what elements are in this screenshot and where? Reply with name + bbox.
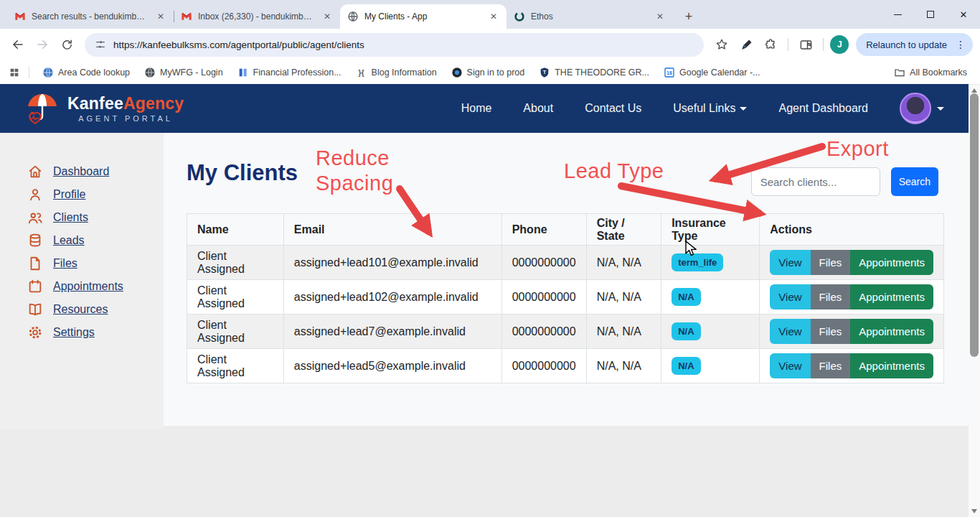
bookmark-mywfg-login[interactable]: MyWFG - Login xyxy=(140,64,227,81)
tab-close-icon[interactable]: ✕ xyxy=(654,11,666,22)
site-navbar: KanfeeAgency AGENT PORTAL Home About Con… xyxy=(0,84,969,133)
scrollbar-down-arrow-icon[interactable] xyxy=(971,509,977,513)
sidebar-link[interactable]: Appointments xyxy=(53,280,123,293)
extensions-button[interactable] xyxy=(760,34,781,55)
sidebar-item-settings[interactable]: Settings xyxy=(27,321,164,344)
star-icon xyxy=(715,38,728,51)
browser-profile-avatar[interactable]: J xyxy=(830,35,849,54)
cell-phone: 0000000000 xyxy=(501,280,586,315)
column-header-insurance-type: Insurance Type xyxy=(661,214,760,246)
browser-tab-gmail-inbox[interactable]: Inbox (26,330) - bendukimber@ ✕ xyxy=(174,4,340,29)
cell-name: Client Assigned xyxy=(187,246,284,280)
file-icon xyxy=(27,256,43,271)
files-button[interactable]: Files xyxy=(811,250,851,275)
insurance-type-badge: N/A xyxy=(672,357,700,375)
reload-button[interactable] xyxy=(56,34,77,55)
view-button[interactable]: View xyxy=(770,353,810,378)
window-minimize-button[interactable] xyxy=(881,0,914,29)
appointments-button[interactable]: Appointments xyxy=(850,250,933,275)
globe-icon xyxy=(347,11,359,22)
vertical-scrollbar[interactable] xyxy=(969,85,980,517)
files-button[interactable]: Files xyxy=(811,284,851,309)
sidebar-link[interactable]: Profile xyxy=(53,188,85,201)
tab-title: Ethos xyxy=(531,11,649,22)
row-actions: ViewFilesAppointments xyxy=(770,353,933,378)
view-button[interactable]: View xyxy=(770,284,810,309)
view-button[interactable]: View xyxy=(770,319,810,344)
bookmark-label: Google Calendar -... xyxy=(679,67,760,78)
relaunch-label: Relaunch to update xyxy=(866,39,947,50)
sidebar-link[interactable]: Dashboard xyxy=(53,165,109,178)
browser-tab-my-clients[interactable]: My Clients - App ✕ xyxy=(340,4,507,29)
nav-link-home[interactable]: Home xyxy=(461,102,492,115)
search-sidepanel-button[interactable] xyxy=(795,34,816,55)
globe-icon xyxy=(144,67,156,78)
appointments-button[interactable]: Appointments xyxy=(850,353,933,378)
bookmark-area-code-lookup[interactable]: Area Code lookup xyxy=(38,64,134,81)
sidebar-item-profile[interactable]: Profile xyxy=(27,183,164,206)
search-input[interactable] xyxy=(751,167,880,196)
window-maximize-button[interactable] xyxy=(914,0,947,29)
book-icon xyxy=(27,302,43,317)
shield-icon: T xyxy=(539,67,550,78)
appointments-button[interactable]: Appointments xyxy=(850,284,933,309)
sidebar-link[interactable]: Resources xyxy=(53,303,108,316)
appointments-button[interactable]: Appointments xyxy=(850,319,933,344)
sidebar-item-appointments[interactable]: Appointments xyxy=(27,275,164,298)
window-close-button[interactable]: ✕ xyxy=(947,0,980,29)
search-button[interactable]: Search xyxy=(891,167,938,196)
bookmark-blog-information[interactable]: }{ Blog Information xyxy=(352,64,441,81)
pen-tool-button[interactable] xyxy=(735,34,757,55)
sidebar-link[interactable]: Settings xyxy=(53,326,95,339)
cell-email: assigned+lead101@example.invalid xyxy=(283,246,501,280)
view-button[interactable]: View xyxy=(770,250,810,275)
browser-tab-gmail-search[interactable]: Search results - bendukimber@ ✕ xyxy=(7,4,174,29)
user-avatar[interactable] xyxy=(900,93,931,124)
apps-grid-icon[interactable] xyxy=(9,67,20,78)
address-bar[interactable]: https://kanfeebulksms.com/agentportal/pu… xyxy=(85,33,704,57)
tab-close-icon[interactable]: ✕ xyxy=(488,11,499,22)
calendar-icon xyxy=(27,279,43,294)
nav-link-about[interactable]: About xyxy=(523,102,553,115)
scrollbar-up-arrow-icon[interactable] xyxy=(971,88,977,93)
browser-menu-icon[interactable]: ⋮ xyxy=(953,39,969,50)
tab-close-icon[interactable]: ✕ xyxy=(321,11,333,22)
sidebar-item-files[interactable]: Files xyxy=(27,252,164,275)
bookmark-sign-in-to-prod[interactable]: Sign in to prod xyxy=(447,64,529,81)
relaunch-to-update-button[interactable]: Relaunch to update ⋮ xyxy=(856,33,973,56)
nav-link-agent-dashboard[interactable]: Agent Dashboard xyxy=(778,102,868,115)
sidebar-item-clients[interactable]: Clients xyxy=(27,206,164,229)
forward-button[interactable] xyxy=(32,34,53,55)
column-header-city-state: City / State xyxy=(586,214,661,246)
sidebar-item-resources[interactable]: Resources xyxy=(27,298,164,321)
files-button[interactable]: Files xyxy=(811,319,851,344)
files-button[interactable]: Files xyxy=(811,353,851,378)
sidebar-item-leads[interactable]: Leads xyxy=(27,229,164,252)
brand-logo[interactable]: KanfeeAgency AGENT PORTAL xyxy=(24,90,184,127)
tab-title: Inbox (26,330) - bendukimber@ xyxy=(198,11,316,22)
user-menu[interactable] xyxy=(900,93,944,124)
tab-close-icon[interactable]: ✕ xyxy=(155,11,166,22)
pen-icon xyxy=(740,39,753,51)
bookmark-star-button[interactable] xyxy=(711,34,732,55)
person-icon xyxy=(27,187,43,202)
browser-tab-ethos[interactable]: Ethos ✕ xyxy=(507,4,673,29)
url-text: https://kanfeebulksms.com/agentportal/pu… xyxy=(113,39,364,50)
prod-icon xyxy=(451,67,463,78)
sidebar-item-dashboard[interactable]: Dashboard xyxy=(27,160,164,183)
back-button[interactable] xyxy=(7,34,29,55)
bookmark-financial-professionals[interactable]: Financial Profession... xyxy=(233,64,346,81)
row-actions: ViewFilesAppointments xyxy=(770,284,933,309)
bookmark-theodore-group[interactable]: T THE THEODORE GR... xyxy=(534,64,654,81)
nav-link-useful-links[interactable]: Useful Links xyxy=(673,102,747,115)
page-body: Dashboard Profile Clients Leads Files Ap… xyxy=(0,133,969,517)
new-tab-button[interactable]: + xyxy=(679,6,699,27)
scrollbar-thumb[interactable] xyxy=(970,93,979,357)
sidebar-link[interactable]: Clients xyxy=(53,211,88,224)
bookmark-google-calendar[interactable]: 18 Google Calendar -... xyxy=(659,64,765,81)
nav-link-contact-us[interactable]: Contact Us xyxy=(585,102,641,115)
table-row: Client Assigned assigned+lead101@example… xyxy=(187,246,944,280)
all-bookmarks-button[interactable]: All Bookmarks xyxy=(890,64,971,81)
sidebar-link[interactable]: Leads xyxy=(53,234,85,247)
sidebar-link[interactable]: Files xyxy=(53,257,77,270)
